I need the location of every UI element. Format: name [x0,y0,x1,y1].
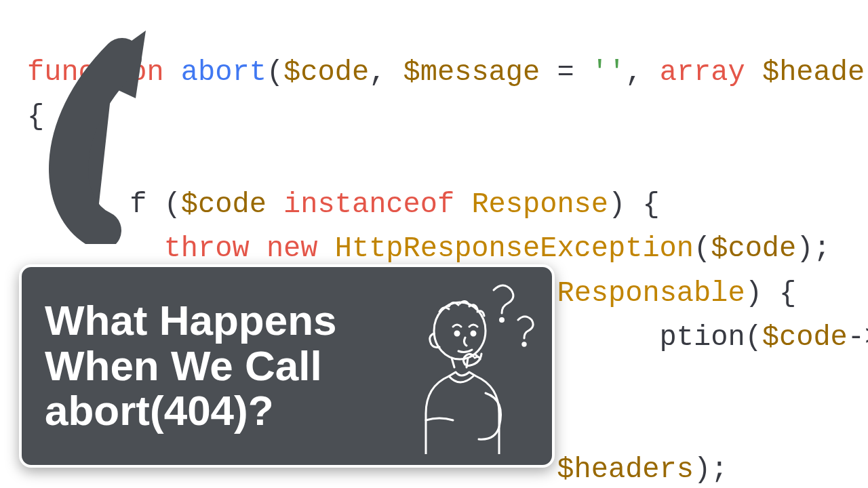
var-headers: $headers [762,56,868,89]
rpar-semi: ); [796,232,830,265]
brace-open: { [27,100,44,133]
var-code2: $code [181,188,267,221]
kw-array: array [660,56,745,89]
type-response: Response [471,188,608,221]
kw-function: function [27,56,164,89]
card-title: What Happens When We Call abort(404)? [45,298,385,434]
rpar-semi2: ); [694,453,728,486]
rpar-brace2: ) { [745,277,797,310]
var-code5: $code [762,321,848,354]
arrow-op: -> [848,321,868,354]
eq: = [540,56,591,89]
type-httpexc: HttpResponseException [335,232,694,265]
comma2: , [625,56,659,89]
var-code: $code [283,56,369,89]
svg-point-0 [500,319,504,322]
lpar: ( [267,56,283,89]
var-message: $message [403,56,540,89]
sp [745,56,762,89]
kw-new: new [267,232,318,265]
title-card: What Happens When We Call abort(404)? [19,264,555,468]
if-frag: f ( [130,188,181,221]
svg-point-4 [471,331,475,336]
svg-point-3 [455,331,459,336]
title-line-1: What Happens [45,298,385,344]
thinking-person-icon [385,278,534,454]
kw-instanceof: instanceof [283,188,454,221]
var-code3: $code [711,232,796,265]
title-line-3: abort(404)? [45,388,385,434]
type-responsable: Responsable [557,277,745,310]
kw-throw: throw [164,232,250,265]
svg-point-1 [523,343,526,346]
ption: ption( [660,321,762,354]
title-line-2: When We Call [45,344,385,389]
rpar-brace: ) { [608,188,660,221]
str-empty: '' [591,56,625,89]
comma1: , [369,56,403,89]
fn-abort: abort [181,56,267,89]
var-headers2: $headers [557,453,694,486]
